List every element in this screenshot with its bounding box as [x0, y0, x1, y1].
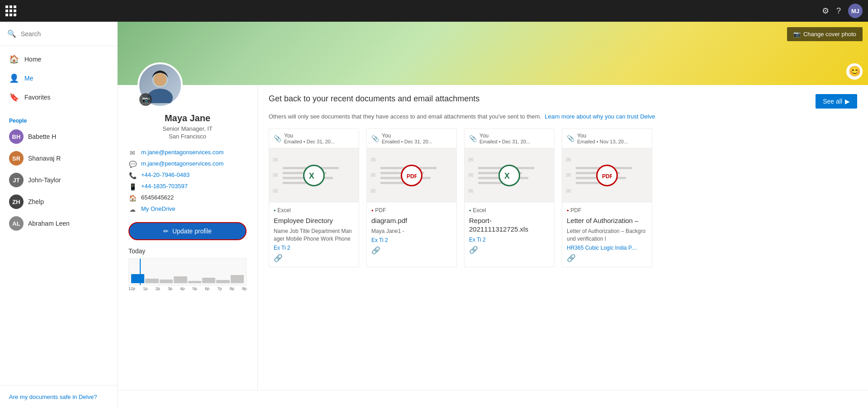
- nav-item-favorites[interactable]: 🔖 Favorites: [0, 88, 117, 107]
- timeline-bar: [231, 275, 244, 283]
- home-icon: 🏠: [9, 54, 19, 64]
- person-item-babette[interactable]: BH Babette H: [0, 126, 117, 147]
- doc-sender: You: [284, 133, 335, 139]
- change-profile-photo-button[interactable]: 📷: [139, 93, 152, 106]
- pdf-type-icon: ▪: [567, 207, 569, 213]
- mail-icon: ✉: [468, 187, 477, 195]
- doc-name: diagram.pdf: [371, 216, 452, 225]
- attachment-icon: 📎: [567, 135, 574, 142]
- doc-card-body: ▪ Excel Employee Directory Name Job Titl…: [269, 203, 359, 267]
- contact-onedrive[interactable]: My OneDrive: [141, 205, 175, 212]
- mail-icon: ✉: [566, 156, 575, 163]
- mail-icon: ✉: [468, 171, 477, 179]
- change-cover-photo-button[interactable]: 📷 Change cover photo: [787, 27, 863, 41]
- contact-phone2[interactable]: +44-1835-703597: [141, 183, 188, 190]
- person-avatar-babette: BH: [9, 129, 24, 144]
- attachment-icon: 📎: [274, 135, 281, 142]
- doc-name: Letter of Authorization –: [567, 216, 647, 225]
- person-avatar-john: JT: [9, 173, 24, 187]
- link-icon: 🔗: [371, 247, 380, 254]
- top-nav-right: ⚙ ? MJ: [822, 4, 863, 18]
- person-item-shanavaj[interactable]: SR Shanavaj R: [0, 147, 117, 169]
- mobile-icon: 📱: [128, 183, 137, 190]
- docs-title: Get back to your recent documents and em…: [269, 94, 816, 104]
- waffle-icon[interactable]: [5, 5, 16, 16]
- today-label: Today: [128, 247, 247, 255]
- contact-phone2-row: 📱 +44-1835-703597: [128, 181, 247, 192]
- doc-type-label: PDF: [375, 207, 386, 213]
- excel-type-icon: ▪: [274, 207, 275, 213]
- timeline-bar: [188, 281, 201, 283]
- contact-email1[interactable]: m.jane@pentagonservices.com: [141, 149, 223, 156]
- doc-date: Emailed • Dec 31, 20...: [284, 139, 335, 144]
- contact-onedrive-row: ☁ My OneDrive: [128, 204, 247, 215]
- svg-point-2: [154, 73, 167, 86]
- mail-icon: ✉: [273, 171, 282, 179]
- doc-cards: 📎 You Emailed • Dec 31, 20... ✉ ✉ ✉: [269, 128, 857, 267]
- doc-card-header: 📎 You Emailed • Dec 31, 20...: [367, 129, 456, 148]
- link-icon: 🔗: [469, 246, 478, 254]
- person-name-babette: Babette H: [28, 133, 56, 140]
- contact-phone1[interactable]: +44-20-7946-0483: [141, 171, 190, 178]
- contact-email2-row: 💬 m.jane@pentagonservices.com: [128, 158, 247, 170]
- doc-meta: Maya Jane1 -: [371, 228, 452, 235]
- doc-card-diagram[interactable]: 📎 You Emailed • Dec 31, 20... ✉ ✉ ✉: [366, 128, 457, 267]
- settings-icon[interactable]: ⚙: [822, 6, 829, 16]
- update-profile-button[interactable]: ✏ Update profile: [128, 222, 247, 240]
- doc-author[interactable]: Ex Ti 2: [469, 237, 550, 243]
- person-item-abraham[interactable]: AL Abraham Leen: [0, 213, 117, 234]
- learn-more-link[interactable]: Learn more about why you can trust Delve: [545, 113, 655, 120]
- timeline-label: 8p: [230, 286, 234, 291]
- profile-name: Maya Jane: [128, 113, 247, 123]
- docs-bottom-bar: [118, 390, 868, 408]
- doc-type-row: ▪ Excel: [274, 207, 354, 213]
- mail-icon: ✉: [566, 187, 575, 195]
- timeline-bar: [131, 274, 144, 283]
- timeline-label: 6p: [205, 286, 209, 291]
- search-box: 🔍: [0, 22, 117, 46]
- mail-icon: ✉: [370, 156, 379, 163]
- person-avatar-shanavaj: SR: [9, 151, 24, 166]
- timeline-label: 9p: [242, 286, 247, 291]
- timeline-label: 1p: [143, 286, 147, 291]
- doc-sender: You: [382, 133, 432, 139]
- user-avatar[interactable]: MJ: [848, 4, 863, 18]
- nav-item-me-label: Me: [24, 75, 33, 82]
- doc-card-letter[interactable]: 📎 You Emailed • Nov 13, 20... ✉ ✉ ✉: [562, 128, 652, 267]
- mail-icon: ✉: [273, 156, 282, 163]
- sidebar-footer: Are my documents safe in Delve?: [0, 385, 117, 408]
- doc-card-body: ▪ PDF diagram.pdf Maya Jane1 - Ex Ti 2 🔗: [367, 203, 456, 259]
- help-icon[interactable]: ?: [836, 6, 841, 16]
- doc-name: Report-2021111312725.xls: [469, 216, 550, 234]
- timeline-bar: [202, 278, 215, 283]
- person-item-john[interactable]: JT John-Taylor: [0, 169, 117, 191]
- person-item-zhelp[interactable]: ZH Zhelp: [0, 191, 117, 213]
- person-avatar-abraham: AL: [9, 216, 24, 231]
- timeline-label: 3p: [168, 286, 172, 291]
- search-input[interactable]: [21, 30, 110, 38]
- doc-card-employee-directory[interactable]: 📎 You Emailed • Dec 31, 20... ✉ ✉ ✉: [269, 128, 359, 267]
- timeline-label: 5p: [193, 286, 197, 291]
- update-profile-label: Update profile: [172, 228, 212, 235]
- doc-author[interactable]: Ex Ti 2: [371, 237, 452, 243]
- smiley-button[interactable]: 😊: [846, 63, 863, 80]
- nav-item-home-label: Home: [24, 56, 41, 63]
- doc-author[interactable]: Ex Ti 2: [274, 245, 354, 251]
- attachment-icon: 📎: [469, 135, 477, 142]
- person-name-zhelp: Zhelp: [28, 198, 44, 205]
- see-all-button[interactable]: See all ▶: [816, 94, 857, 109]
- people-section: People BH Babette H SR Shanavaj R JT Joh…: [0, 110, 117, 238]
- contact-email2[interactable]: m.jane@pentagonservices.com: [141, 160, 223, 167]
- timeline: [128, 258, 247, 285]
- profile-docs-row: 📷 Maya Jane Senior Manager, IT San Franc…: [118, 85, 868, 390]
- nav-item-home[interactable]: 🏠 Home: [0, 50, 117, 69]
- attachment-icon: 📎: [371, 135, 379, 142]
- doc-date: Emailed • Nov 13, 20...: [577, 139, 628, 144]
- nav-item-me[interactable]: 👤 Me: [0, 69, 117, 88]
- safe-docs-link[interactable]: Are my documents safe in Delve?: [9, 394, 97, 400]
- timeline-bar: [160, 280, 173, 283]
- mail-icon: ✉: [468, 156, 477, 163]
- doc-card-report[interactable]: 📎 You Emailed • Dec 31, 20... ✉ ✉ ✉: [464, 128, 555, 267]
- doc-author[interactable]: HR365 Cubic Logic India P....: [567, 245, 647, 251]
- profile-contact: ✉ m.jane@pentagonservices.com 💬 m.jane@p…: [128, 147, 247, 215]
